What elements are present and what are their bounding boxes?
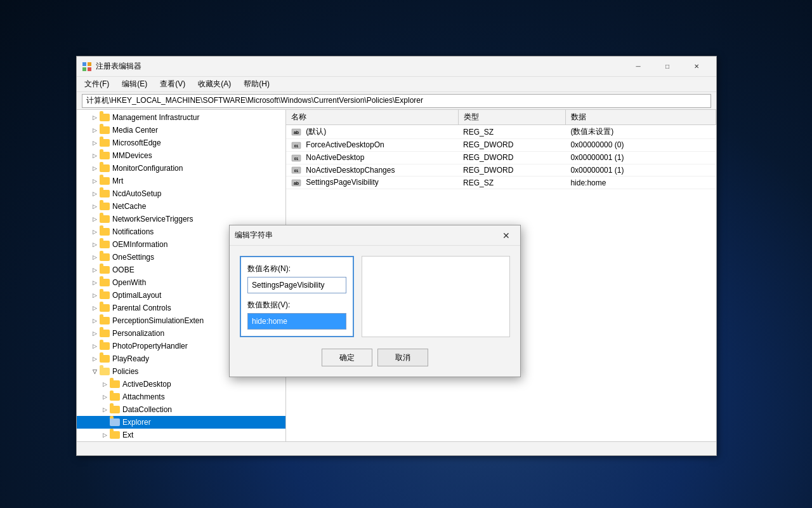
expand-icon: ▷ [100, 430, 110, 440]
tree-label: DataCollection [122, 405, 172, 414]
tree-label: Notifications [112, 227, 154, 236]
field-name-input[interactable] [247, 277, 346, 293]
tree-item-ext[interactable]: ▷ Ext [77, 429, 285, 441]
tree-label: NetCache [112, 202, 146, 211]
folder-icon [100, 329, 110, 338]
folder-icon [100, 151, 110, 160]
svg-rect-0 [82, 62, 86, 66]
tree-label: ActiveDesktop [122, 380, 171, 389]
folder-icon [100, 126, 110, 135]
status-bar [77, 441, 716, 455]
tree-label: Management Infrastructur [112, 113, 199, 122]
folder-icon [100, 354, 110, 363]
expand-icon: ▷ [100, 404, 110, 415]
cell-name: 01 NoActiveDesktopChanges [286, 164, 458, 177]
dialog-fields: 数值名称(N): 数值数据(V): [240, 256, 510, 337]
tree-item-ncdautosetup[interactable]: ▷ NcdAutoSetup [77, 187, 285, 200]
dialog-cancel-button[interactable]: 取消 [377, 349, 428, 366]
tree-label: OOBE [112, 265, 134, 274]
field-data-label: 数值数据(V): [247, 300, 346, 311]
tree-item-activedesktop[interactable]: ▷ ActiveDesktop [77, 378, 285, 391]
dialog-ok-button[interactable]: 确定 [322, 349, 372, 366]
expand-icon: ▷ [89, 316, 100, 326]
folder-icon [100, 164, 110, 173]
folder-icon [110, 431, 120, 439]
col-data: 数据 [565, 110, 716, 125]
tree-label: OneSettings [112, 253, 154, 262]
col-type: 类型 [458, 110, 565, 125]
dialog-title: 编辑字符串 [235, 230, 497, 241]
table-row[interactable]: ab SettingsPageVisibility REG_SZ hide:ho… [286, 177, 716, 189]
cell-name: ab (默认) [286, 125, 458, 139]
tree-item-mediacenter[interactable]: ▷ Media Center [77, 124, 285, 137]
tree-item-attachments[interactable]: ▷ Attachments [77, 391, 285, 403]
expand-icon: ▷ [89, 303, 100, 313]
expand-icon: ▷ [89, 252, 100, 262]
menu-edit[interactable]: 编辑(E) [117, 77, 152, 91]
field-data-input[interactable] [247, 313, 346, 330]
cell-data: 0x00000001 (1) [565, 151, 716, 164]
svg-text:01: 01 [294, 157, 299, 161]
folder-icon [100, 202, 110, 211]
folder-icon [100, 240, 110, 249]
svg-text:01: 01 [294, 169, 299, 173]
tree-label: Mrt [112, 177, 123, 185]
tree-label: Personalization [112, 329, 164, 338]
tree-label: PerceptionSimulationExten [112, 316, 204, 325]
edit-string-dialog: 编辑字符串 ✕ 数值名称(N): 数值数据(V): [229, 225, 521, 377]
table-row[interactable]: ab (默认) REG_SZ (数值未设置) [286, 125, 716, 139]
svg-rect-3 [88, 67, 91, 71]
folder-icon [100, 291, 110, 300]
tree-label: OEMInformation [112, 240, 167, 249]
menu-favorites[interactable]: 收藏夹(A) [193, 77, 236, 91]
tree-item-networkservicetriggers[interactable]: ▷ NetworkServiceTriggers [77, 213, 285, 225]
tree-item-netcache[interactable]: ▷ NetCache [77, 200, 285, 213]
menu-file[interactable]: 文件(F) [79, 77, 114, 91]
tree-label: MMDevices [112, 151, 152, 160]
svg-rect-2 [82, 67, 86, 71]
svg-text:ab: ab [294, 130, 299, 135]
expand-icon: ▷ [89, 265, 100, 275]
folder-icon [110, 392, 120, 401]
menu-help[interactable]: 帮助(H) [239, 77, 275, 91]
expand-icon: ▷ [89, 277, 100, 288]
expand-icon: ▷ [89, 290, 100, 300]
tree-item-datacollection[interactable]: ▷ DataCollection [77, 403, 285, 416]
tree-label: Media Center [112, 126, 158, 135]
tree-item-monitorconfiguration[interactable]: ▷ MonitorConfiguration [77, 162, 285, 175]
menu-view[interactable]: 查看(V) [155, 77, 190, 91]
tree-label: Ext [122, 431, 133, 439]
minimize-button[interactable]: ─ [624, 57, 653, 77]
table-row[interactable]: 01 NoActiveDesktop REG_DWORD 0x00000001 … [286, 151, 716, 164]
expand-icon: ▷ [89, 214, 100, 224]
address-input[interactable] [82, 94, 711, 108]
svg-text:01: 01 [294, 144, 299, 148]
close-button[interactable]: ✕ [682, 57, 711, 77]
tree-label: NetworkServiceTriggers [112, 215, 193, 224]
cell-data: 0x00000001 (1) [565, 164, 716, 177]
tree-label: Attachments [122, 392, 165, 401]
tree-label: OpenWith [112, 278, 146, 287]
folder-icon [100, 367, 110, 376]
folder-icon [100, 189, 110, 198]
title-bar: 注册表编辑器 ─ □ ✕ [77, 57, 716, 77]
folder-icon [100, 304, 110, 312]
tree-item-mmdevices[interactable]: ▷ MMDevices [77, 149, 285, 162]
dialog-close-button[interactable]: ✕ [497, 227, 515, 244]
folder-icon [100, 215, 110, 224]
maximize-button[interactable]: □ [653, 57, 682, 77]
folder-icon [100, 265, 110, 274]
folder-icon [110, 380, 120, 389]
table-row[interactable]: 01 NoActiveDesktopChanges REG_DWORD 0x00… [286, 164, 716, 177]
expand-icon: ▽ [89, 366, 100, 377]
tree-item-microsoftedge[interactable]: ▷ MicrosoftEdge [77, 137, 285, 149]
expand-icon: ▷ [89, 138, 100, 148]
tree-label: OptimalLayout [112, 291, 161, 300]
tree-item-management[interactable]: ▷ Management Infrastructur [77, 111, 285, 124]
tree-item-mrt[interactable]: ▷ Mrt [77, 175, 285, 187]
table-row[interactable]: 01 ForceActiveDesktopOn REG_DWORD 0x0000… [286, 139, 716, 152]
expand-icon: ▷ [89, 227, 100, 237]
tree-item-explorer[interactable]: Explorer [77, 416, 285, 429]
cell-type: REG_DWORD [458, 164, 565, 177]
cell-type: REG_DWORD [458, 151, 565, 164]
